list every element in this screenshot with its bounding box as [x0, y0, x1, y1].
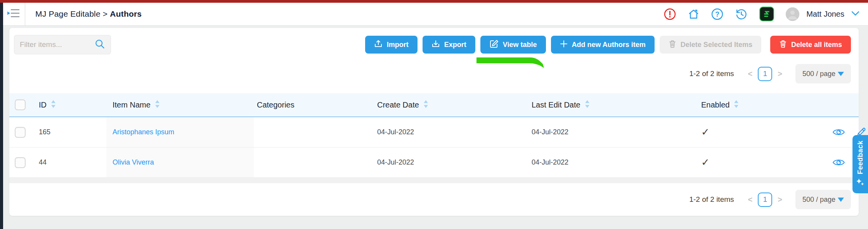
avatar[interactable]	[786, 7, 799, 21]
trash-icon	[669, 40, 676, 50]
prev-page-button[interactable]: <	[746, 69, 755, 78]
next-page-button[interactable]: >	[775, 69, 785, 78]
column-label: Categories	[257, 101, 295, 109]
feedback-label: Feedback	[856, 141, 865, 174]
page-size-value: 500 / page	[802, 196, 835, 204]
column-label: Last Edit Date	[532, 101, 580, 109]
pagination-top: 1-2 of 2 items < 1 > 500 / page	[9, 64, 859, 84]
trash-icon	[779, 40, 787, 50]
sparkles-icon	[856, 178, 865, 188]
add-new-label: Add new Authors item	[572, 41, 646, 49]
sort-icon[interactable]	[155, 100, 160, 110]
user-menu-name[interactable]: Matt Jones	[806, 10, 844, 19]
row-checkbox[interactable]	[15, 127, 26, 138]
page-size-value: 500 / page	[802, 70, 835, 78]
sidebar-collapse-button[interactable]	[3, 3, 25, 25]
table-header-row: ID Item Name Categories Create Date Last…	[9, 93, 859, 117]
table-end-band	[9, 178, 859, 183]
cell-categories	[254, 117, 374, 147]
delete-all-label: Delete all items	[791, 41, 842, 49]
export-label: Export	[444, 41, 466, 49]
pagination-bottom: 1-2 of 2 items < 1 > 500 / page	[9, 189, 859, 210]
select-all-checkbox[interactable]	[15, 99, 26, 110]
enabled-check-icon: ✓	[701, 126, 710, 138]
help-icon[interactable]: ?	[711, 8, 723, 20]
table-body: 165 Aristophanes Ipsum 04-Jul-2022 04-Ju…	[9, 117, 859, 178]
caret-down-icon	[838, 72, 844, 76]
view-item-eye-icon[interactable]	[832, 158, 845, 167]
sort-icon[interactable]	[734, 100, 739, 110]
view-table-label: View table	[503, 41, 537, 49]
toolbar-buttons: Import Export View table	[365, 36, 851, 54]
topbar-actions: ? Matt Jones	[664, 7, 868, 21]
topbar-divider	[25, 3, 25, 25]
column-header-id[interactable]: ID	[31, 93, 106, 116]
current-page-button[interactable]: 1	[758, 67, 772, 81]
cell-create-date: 04-Jul-2022	[374, 147, 528, 177]
import-label: Import	[387, 41, 409, 49]
column-header-item-name[interactable]: Item Name	[106, 93, 254, 116]
column-header-enabled[interactable]: Enabled	[698, 93, 803, 116]
cell-categories	[254, 147, 374, 177]
breadcrumb[interactable]: MJ Page Editable > Authors	[35, 9, 142, 19]
delete-selected-button[interactable]: Delete Selected Items	[660, 36, 761, 54]
search-icon[interactable]	[95, 39, 105, 51]
column-header-create-date[interactable]: Create Date	[374, 93, 528, 116]
plus-icon	[560, 40, 568, 50]
page-size-select[interactable]: 500 / page	[795, 190, 851, 209]
sort-icon[interactable]	[423, 100, 428, 110]
filter-input[interactable]: Filter items...	[14, 35, 111, 54]
alert-icon[interactable]	[664, 8, 676, 20]
breadcrumb-parent[interactable]: MJ Page Editable >	[35, 9, 107, 18]
items-count-summary: 1-2 of 2 items	[689, 195, 734, 204]
collapsed-sidebar-strip	[0, 0, 3, 229]
chevron-down-icon[interactable]	[851, 10, 859, 17]
svg-text:?: ?	[715, 10, 719, 18]
row-checkbox[interactable]	[15, 157, 26, 168]
top-red-border	[0, 0, 868, 3]
view-table-button[interactable]: View table	[480, 36, 546, 54]
import-button[interactable]: Import	[365, 36, 418, 54]
table-row: 165 Aristophanes Ipsum 04-Jul-2022 04-Ju…	[9, 117, 859, 147]
view-item-eye-icon[interactable]	[832, 128, 845, 137]
column-label: Enabled	[701, 101, 729, 109]
history-icon[interactable]	[735, 8, 748, 20]
collapse-menu-icon	[7, 8, 21, 20]
caret-down-icon	[838, 198, 844, 202]
app-window: MJ Page Editable > Authors ? Matt Jones	[0, 0, 868, 229]
feedback-tab[interactable]: Feedback	[852, 135, 868, 193]
cell-id: 165	[31, 117, 106, 147]
delete-all-button[interactable]: Delete all items	[770, 36, 851, 54]
cell-last-edit-date: 04-Jul-2022	[528, 147, 698, 177]
delete-selected-label: Delete Selected Items	[681, 41, 752, 49]
page-size-select[interactable]: 500 / page	[795, 64, 851, 83]
cell-last-edit-date: 04-Jul-2022	[528, 117, 698, 147]
edit-square-icon	[489, 39, 499, 50]
table-row: 44 Olivia Viverra 04-Jul-2022 04-Jul-202…	[9, 147, 859, 178]
add-new-authors-button[interactable]: Add new Authors item	[551, 36, 655, 54]
app-logo-icon[interactable]	[759, 7, 774, 21]
column-header-last-edit-date[interactable]: Last Edit Date	[528, 93, 698, 116]
export-button[interactable]: Export	[423, 36, 475, 54]
column-header-categories: Categories	[254, 93, 374, 116]
import-icon	[374, 40, 383, 50]
breadcrumb-current: Authors	[110, 9, 142, 18]
item-name-link[interactable]: Olivia Viverra	[113, 158, 154, 167]
sort-icon[interactable]	[585, 100, 590, 110]
home-icon[interactable]	[688, 8, 700, 20]
authors-list-card: Filter items... Import Export	[9, 28, 859, 216]
prev-page-button[interactable]: <	[746, 195, 755, 204]
export-icon	[431, 40, 440, 50]
column-label: Create Date	[377, 101, 419, 109]
column-label: Item Name	[113, 101, 151, 109]
column-header-actions	[803, 93, 859, 116]
list-toolbar: Filter items... Import Export	[9, 28, 859, 54]
item-name-link[interactable]: Aristophanes Ipsum	[113, 128, 174, 136]
filter-placeholder: Filter items...	[20, 40, 95, 49]
current-page-button[interactable]: 1	[758, 193, 772, 207]
cell-id: 44	[31, 147, 106, 177]
sort-icon[interactable]	[51, 100, 56, 110]
items-count-summary: 1-2 of 2 items	[689, 69, 734, 78]
enabled-check-icon: ✓	[701, 156, 710, 168]
next-page-button[interactable]: >	[775, 195, 785, 204]
